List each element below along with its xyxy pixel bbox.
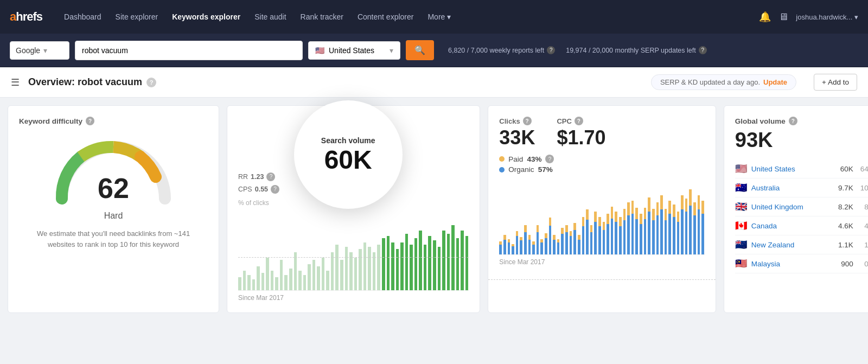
organic-bar [503, 240, 506, 254]
paid-bar [623, 209, 626, 220]
cps-help-icon[interactable]: ? [271, 185, 279, 194]
clicks-bar-group [681, 179, 684, 254]
country-name[interactable]: Australia [751, 184, 829, 192]
organic-bar [648, 212, 650, 254]
navbar: ahrefs Dashboard Site explorer Keywords … [0, 0, 868, 34]
cpc-value: $1.70 [557, 126, 605, 149]
nav-site-explorer[interactable]: Site explorer [109, 8, 165, 25]
overview-title: Overview: robot vacuum ? [28, 76, 156, 88]
nav-dashboard[interactable]: Dashboard [58, 8, 108, 25]
nav-right: 🔔 🖥 joshua.hardwick... ▾ [759, 11, 858, 23]
sv-bar [461, 231, 464, 290]
gv-card: Global volume ? 93K 🇺🇸 United States 60K… [724, 105, 868, 313]
organic-bar [640, 224, 642, 254]
clicks-bar-group [561, 179, 564, 254]
clicks-bar-group [586, 179, 589, 254]
user-menu[interactable]: joshua.hardwick... ▾ [796, 13, 858, 21]
sv-bar [442, 231, 445, 290]
paid-bar [607, 214, 609, 224]
organic-dot [499, 167, 505, 173]
country-name[interactable]: United States [751, 165, 829, 173]
paid-bar [701, 201, 704, 214]
organic-bar [594, 222, 597, 254]
paid-bar [681, 195, 684, 209]
search-input[interactable] [75, 41, 303, 60]
cpc-help-icon[interactable]: ? [575, 117, 583, 125]
monthly-help-icon[interactable]: ? [699, 46, 707, 54]
country-select[interactable]: 🇺🇸 United States ▾ [308, 41, 400, 60]
engine-select[interactable]: Google ▾ [10, 41, 69, 60]
clicks-bar-group [590, 179, 593, 254]
nav-content-explorer[interactable]: Content explorer [351, 8, 420, 25]
sv-bar [377, 245, 380, 290]
paid-bar [644, 208, 647, 219]
sv-bar [322, 258, 325, 290]
nav-rank-tracker[interactable]: Rank tracker [294, 8, 350, 25]
country-name[interactable]: Malaysia [751, 260, 829, 268]
paid-bar [689, 189, 692, 206]
organic-bar [565, 232, 568, 254]
paid-help-icon[interactable]: ? [545, 155, 554, 163]
sv-bar [308, 264, 311, 290]
paid-bar [635, 208, 638, 219]
clicks-bar-group [652, 179, 655, 254]
country-name[interactable]: New Zealand [751, 241, 829, 249]
add-to-button[interactable]: + Add to [814, 74, 857, 91]
paid-bar [549, 218, 552, 226]
country-flag: 🇲🇾 [735, 258, 747, 270]
clicks-bar-group [623, 179, 626, 254]
paid-bar [586, 209, 589, 220]
country-volume: 4.6K [834, 222, 853, 230]
sv-bar [280, 260, 283, 290]
paid-bar [516, 231, 519, 236]
country-row: 🇦🇺 Australia 9.7K 10% [735, 178, 868, 197]
search-icon: 🔍 [414, 46, 425, 55]
sv-bar [257, 266, 260, 290]
clicks-bar-group [685, 179, 688, 254]
organic-bar [524, 232, 527, 254]
clicks-bar-group [545, 179, 547, 254]
monitor-icon[interactable]: 🖥 [778, 11, 788, 23]
country-pct: 1% [858, 241, 868, 249]
organic-bar [627, 215, 630, 254]
gv-help-icon[interactable]: ? [789, 117, 797, 125]
organic-bar [578, 240, 580, 254]
country-name[interactable]: Canada [751, 222, 829, 230]
organic-bar [570, 236, 572, 254]
organic-bar [549, 226, 552, 254]
sv-bar [354, 258, 358, 290]
nav-keywords-explorer[interactable]: Keywords explorer [165, 8, 247, 25]
paid-bar [578, 235, 580, 240]
search-button[interactable]: 🔍 [406, 40, 434, 60]
nav-site-audit[interactable]: Site audit [248, 8, 292, 25]
country-volume: 9.7K [834, 184, 853, 192]
sv-bar [465, 236, 469, 290]
logo[interactable]: ahrefs [10, 10, 42, 24]
country-flag: 🇳🇿 [735, 239, 747, 251]
paid-bar [660, 195, 663, 209]
overview-help-icon[interactable]: ? [146, 78, 156, 87]
paid-bar [598, 217, 601, 226]
bell-icon[interactable]: 🔔 [759, 11, 771, 23]
paid-bar [573, 223, 576, 230]
organic-bar [598, 226, 601, 254]
sv-bar [419, 231, 422, 290]
clicks-bar-group [656, 179, 659, 254]
kd-help-icon[interactable]: ? [86, 117, 94, 125]
country-name[interactable]: United Kingdom [751, 203, 829, 211]
sv-dotted-line [238, 257, 469, 258]
hamburger-icon[interactable]: ☰ [11, 76, 20, 88]
clicks-bar-group [553, 179, 556, 254]
update-link[interactable]: Update [763, 78, 787, 86]
nav-more[interactable]: More ▾ [421, 8, 457, 25]
clicks-help-icon[interactable]: ? [523, 117, 532, 125]
weekly-help-icon[interactable]: ? [547, 46, 555, 54]
paid-bar [553, 235, 556, 240]
chevron-down-icon: ▾ [43, 46, 47, 55]
clicks-bar-group [524, 179, 527, 254]
clicks-bar-group [644, 179, 647, 254]
organic-bar [701, 214, 704, 254]
organic-bar [644, 219, 647, 254]
sv-bar [387, 236, 390, 290]
rr-help-icon[interactable]: ? [266, 173, 275, 181]
